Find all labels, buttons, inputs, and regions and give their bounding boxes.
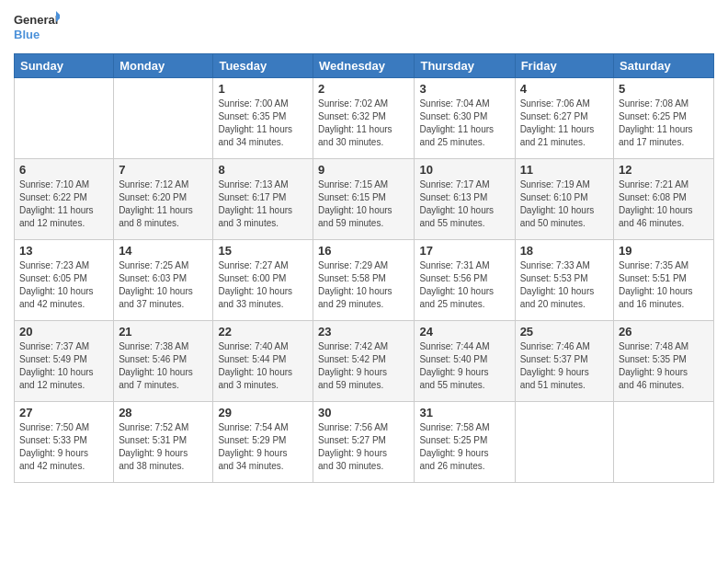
day-number: 18 [520,244,609,258]
day-info: Sunrise: 7:17 AM Sunset: 6:13 PM Dayligh… [419,178,509,230]
day-number: 23 [318,325,409,339]
day-info: Sunrise: 7:56 AM Sunset: 5:27 PM Dayligh… [318,421,409,473]
day-info: Sunrise: 7:37 AM Sunset: 5:49 PM Dayligh… [19,340,108,392]
calendar-cell: 3Sunrise: 7:04 AM Sunset: 6:30 PM Daylig… [415,78,515,159]
day-number: 29 [218,406,308,419]
day-number: 4 [520,82,609,96]
calendar-cell: 19Sunrise: 7:35 AM Sunset: 5:51 PM Dayli… [614,240,714,321]
page-header: General Blue [14,9,714,46]
weekday-header-sunday: Sunday [15,54,114,78]
day-number: 22 [218,325,308,339]
day-info: Sunrise: 7:58 AM Sunset: 5:25 PM Dayligh… [419,421,509,473]
day-number: 7 [119,163,208,177]
calendar-week-1: 1Sunrise: 7:00 AM Sunset: 6:35 PM Daylig… [15,78,714,159]
logo-icon: General Blue [14,9,60,46]
svg-text:General: General [14,13,58,27]
calendar-cell: 18Sunrise: 7:33 AM Sunset: 5:53 PM Dayli… [515,240,613,321]
calendar-cell: 23Sunrise: 7:42 AM Sunset: 5:42 PM Dayli… [313,321,415,402]
calendar-cell: 15Sunrise: 7:27 AM Sunset: 6:00 PM Dayli… [213,240,313,321]
day-info: Sunrise: 7:06 AM Sunset: 6:27 PM Dayligh… [520,98,609,149]
day-number: 5 [619,82,709,96]
day-number: 26 [619,325,709,339]
day-info: Sunrise: 7:35 AM Sunset: 5:51 PM Dayligh… [619,259,709,311]
calendar-week-4: 20Sunrise: 7:37 AM Sunset: 5:49 PM Dayli… [15,321,714,402]
day-info: Sunrise: 7:02 AM Sunset: 6:32 PM Dayligh… [318,98,409,149]
day-number: 31 [419,406,509,419]
calendar-cell: 22Sunrise: 7:40 AM Sunset: 5:44 PM Dayli… [213,321,313,402]
svg-text:Blue: Blue [14,28,40,41]
day-number: 20 [19,325,108,339]
day-info: Sunrise: 7:44 AM Sunset: 5:40 PM Dayligh… [419,340,509,392]
day-info: Sunrise: 7:50 AM Sunset: 5:33 PM Dayligh… [19,421,108,473]
day-info: Sunrise: 7:25 AM Sunset: 6:03 PM Dayligh… [119,259,208,311]
calendar-week-5: 27Sunrise: 7:50 AM Sunset: 5:33 PM Dayli… [15,402,714,483]
day-info: Sunrise: 7:00 AM Sunset: 6:35 PM Dayligh… [218,98,308,149]
calendar-cell: 29Sunrise: 7:54 AM Sunset: 5:29 PM Dayli… [213,402,313,483]
calendar-cell: 10Sunrise: 7:17 AM Sunset: 6:13 PM Dayli… [415,159,515,240]
day-info: Sunrise: 7:29 AM Sunset: 5:58 PM Dayligh… [318,259,409,311]
calendar-cell: 20Sunrise: 7:37 AM Sunset: 5:49 PM Dayli… [15,321,114,402]
calendar-cell: 2Sunrise: 7:02 AM Sunset: 6:32 PM Daylig… [313,78,415,159]
weekday-header-friday: Friday [515,54,613,78]
calendar-cell: 8Sunrise: 7:13 AM Sunset: 6:17 PM Daylig… [213,159,313,240]
day-number: 25 [520,325,609,339]
page-container: General Blue SundayMondayTuesdayWednesda… [0,0,728,492]
day-number: 8 [218,163,308,177]
day-info: Sunrise: 7:40 AM Sunset: 5:44 PM Dayligh… [218,340,308,392]
calendar-cell: 13Sunrise: 7:23 AM Sunset: 6:05 PM Dayli… [15,240,114,321]
calendar-cell: 24Sunrise: 7:44 AM Sunset: 5:40 PM Dayli… [415,321,515,402]
day-info: Sunrise: 7:33 AM Sunset: 5:53 PM Dayligh… [520,259,609,311]
calendar-cell: 17Sunrise: 7:31 AM Sunset: 5:56 PM Dayli… [415,240,515,321]
day-number: 15 [218,244,308,258]
day-number: 11 [520,163,609,177]
day-number: 19 [619,244,709,258]
calendar-table: SundayMondayTuesdayWednesdayThursdayFrid… [14,53,714,483]
day-number: 12 [619,163,709,177]
calendar-cell: 26Sunrise: 7:48 AM Sunset: 5:35 PM Dayli… [614,321,714,402]
day-number: 10 [419,163,509,177]
day-info: Sunrise: 7:23 AM Sunset: 6:05 PM Dayligh… [19,259,108,311]
logo: General Blue [14,9,60,46]
day-number: 30 [318,406,409,419]
calendar-cell: 14Sunrise: 7:25 AM Sunset: 6:03 PM Dayli… [114,240,213,321]
day-number: 1 [218,82,308,96]
day-info: Sunrise: 7:38 AM Sunset: 5:46 PM Dayligh… [119,340,208,392]
calendar-cell: 1Sunrise: 7:00 AM Sunset: 6:35 PM Daylig… [213,78,313,159]
day-number: 13 [19,244,108,258]
day-info: Sunrise: 7:27 AM Sunset: 6:00 PM Dayligh… [218,259,308,311]
day-number: 9 [318,163,409,177]
calendar-cell: 25Sunrise: 7:46 AM Sunset: 5:37 PM Dayli… [515,321,613,402]
day-info: Sunrise: 7:52 AM Sunset: 5:31 PM Dayligh… [119,421,208,473]
calendar-cell: 30Sunrise: 7:56 AM Sunset: 5:27 PM Dayli… [313,402,415,483]
calendar-cell: 12Sunrise: 7:21 AM Sunset: 6:08 PM Dayli… [614,159,714,240]
day-info: Sunrise: 7:08 AM Sunset: 6:25 PM Dayligh… [619,98,709,149]
day-info: Sunrise: 7:42 AM Sunset: 5:42 PM Dayligh… [318,340,409,392]
day-number: 28 [119,406,208,419]
calendar-cell: 11Sunrise: 7:19 AM Sunset: 6:10 PM Dayli… [515,159,613,240]
calendar-cell: 5Sunrise: 7:08 AM Sunset: 6:25 PM Daylig… [614,78,714,159]
calendar-cell: 4Sunrise: 7:06 AM Sunset: 6:27 PM Daylig… [515,78,613,159]
calendar-week-2: 6Sunrise: 7:10 AM Sunset: 6:22 PM Daylig… [15,159,714,240]
day-number: 27 [19,406,108,419]
day-info: Sunrise: 7:12 AM Sunset: 6:20 PM Dayligh… [119,178,208,230]
day-info: Sunrise: 7:10 AM Sunset: 6:22 PM Dayligh… [19,178,108,230]
day-info: Sunrise: 7:31 AM Sunset: 5:56 PM Dayligh… [419,259,509,311]
calendar-cell: 9Sunrise: 7:15 AM Sunset: 6:15 PM Daylig… [313,159,415,240]
calendar-cell: 6Sunrise: 7:10 AM Sunset: 6:22 PM Daylig… [15,159,114,240]
calendar-cell [15,78,114,159]
day-info: Sunrise: 7:54 AM Sunset: 5:29 PM Dayligh… [218,421,308,473]
day-info: Sunrise: 7:21 AM Sunset: 6:08 PM Dayligh… [619,178,709,230]
day-number: 14 [119,244,208,258]
calendar-cell: 27Sunrise: 7:50 AM Sunset: 5:33 PM Dayli… [15,402,114,483]
calendar-cell [114,78,213,159]
weekday-header-saturday: Saturday [614,54,714,78]
day-info: Sunrise: 7:13 AM Sunset: 6:17 PM Dayligh… [218,178,308,230]
day-info: Sunrise: 7:46 AM Sunset: 5:37 PM Dayligh… [520,340,609,392]
day-info: Sunrise: 7:48 AM Sunset: 5:35 PM Dayligh… [619,340,709,392]
calendar-cell: 28Sunrise: 7:52 AM Sunset: 5:31 PM Dayli… [114,402,213,483]
calendar-week-3: 13Sunrise: 7:23 AM Sunset: 6:05 PM Dayli… [15,240,714,321]
weekday-header-monday: Monday [114,54,213,78]
day-number: 24 [419,325,509,339]
calendar-cell [515,402,613,483]
calendar-cell: 16Sunrise: 7:29 AM Sunset: 5:58 PM Dayli… [313,240,415,321]
